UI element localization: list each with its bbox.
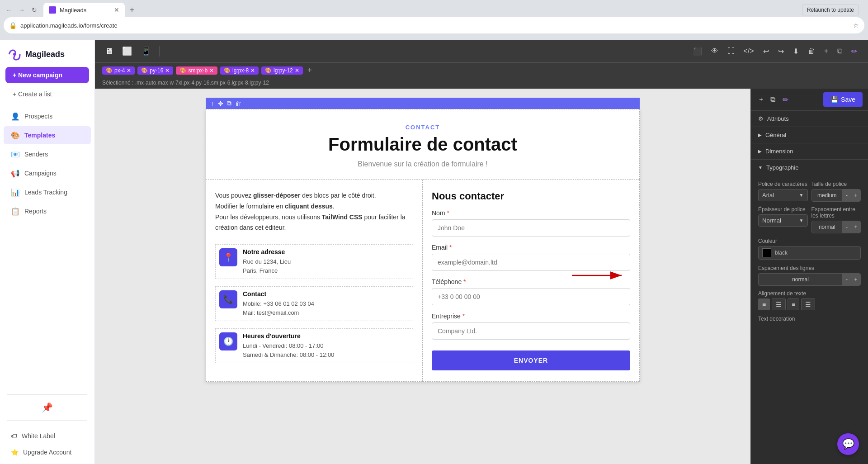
input-nom[interactable]: [432, 219, 630, 237]
preview-button[interactable]: 👁: [708, 44, 722, 58]
sidebar-item-leads-tracking[interactable]: 📊 Leads Tracking: [4, 183, 91, 201]
tag-smpxb: 🎨 sm:px-b ✕: [176, 66, 217, 75]
desktop-view-button[interactable]: 🖥: [102, 44, 116, 58]
sidebar-label-senders: Senders: [24, 151, 48, 158]
chat-bubble-button[interactable]: 💬: [837, 433, 859, 455]
save-button[interactable]: 💾 Save: [823, 92, 863, 107]
attributs-label: Attributs: [767, 115, 789, 122]
mobile-view-button[interactable]: 📱: [138, 44, 154, 58]
contact-mobile: Mobile: +33 06 01 02 03 04: [243, 299, 314, 308]
color-picker[interactable]: black: [758, 246, 861, 260]
tag-remove-lgpx8[interactable]: ✕: [250, 68, 255, 73]
tab-close-button[interactable]: ✕: [114, 6, 119, 14]
panel-add-button[interactable]: +: [756, 94, 766, 105]
font-row: Police de caractères Arial ▼ Taille de p…: [758, 181, 861, 202]
create-list-button[interactable]: + Create a list: [5, 87, 89, 101]
sidebar-item-upgrade[interactable]: ⭐ Upgrade Account: [4, 444, 91, 460]
sidebar-item-white-label[interactable]: 🏷 White Label: [4, 428, 91, 444]
addressbar-icons: ☆: [853, 22, 859, 29]
refresh-button[interactable]: ↻: [29, 5, 40, 15]
undo-button[interactable]: ↩: [760, 44, 773, 58]
sidebar-item-prospects[interactable]: 👤 Prospects: [4, 107, 91, 125]
layers-button[interactable]: ⧉: [834, 44, 846, 58]
star-icon[interactable]: ☆: [853, 22, 859, 29]
tag-remove-lgpy12[interactable]: ✕: [295, 68, 299, 73]
redo-button[interactable]: ↪: [774, 44, 788, 58]
back-button[interactable]: ←: [4, 5, 14, 15]
input-telephone[interactable]: [432, 288, 630, 305]
move-up-button[interactable]: ↑: [211, 100, 214, 107]
duplicate-button[interactable]: ⧉: [227, 99, 231, 107]
panel-general-header[interactable]: ▶ Général: [751, 127, 868, 143]
font-size-decrement[interactable]: -: [842, 189, 851, 201]
form-right-column[interactable]: Nous contacter Nom * Email *: [423, 180, 640, 382]
hours-weekend: Samedi & Dimanche: 08:00 - 12:00: [243, 350, 334, 360]
line-spacing-increment[interactable]: +: [851, 274, 860, 285]
align-center-button[interactable]: ☰: [772, 298, 786, 310]
panel-dimension-header[interactable]: ▶ Dimension: [751, 143, 868, 159]
font-family-col: Police de caractères Arial ▼: [758, 181, 808, 202]
align-justify-button[interactable]: ☰: [801, 298, 815, 310]
sidebar-label-templates: Templates: [24, 132, 55, 139]
new-tab-button[interactable]: +: [127, 5, 137, 15]
form-left-column[interactable]: Vous pouvez glisser-déposer des blocs pa…: [206, 180, 423, 382]
leads-tracking-icon: 📊: [11, 188, 20, 197]
fullscreen-button[interactable]: ⛶: [724, 44, 738, 58]
add-block-button[interactable]: +: [821, 44, 832, 58]
tag-remove-px4[interactable]: ✕: [127, 68, 131, 73]
tablet-view-button[interactable]: ⬜: [119, 44, 135, 58]
sidebar-bottom: 🏷 White Label ⭐ Upgrade Account: [0, 424, 94, 464]
line-spacing-decrement[interactable]: -: [842, 274, 851, 285]
sidebar-item-senders[interactable]: 📧 Senders: [4, 145, 91, 163]
sidebar-item-campaigns[interactable]: 📢 Campaigns: [4, 164, 91, 182]
font-size-stepper[interactable]: medium - +: [811, 189, 861, 202]
url-display[interactable]: application.magileads.io/forms/create: [20, 22, 849, 29]
letter-spacing-decrement[interactable]: -: [842, 221, 851, 233]
browser-tab[interactable]: Magileads ✕: [43, 3, 125, 17]
font-size-increment[interactable]: +: [851, 189, 860, 201]
tag-remove-py16[interactable]: ✕: [165, 68, 170, 73]
form-submit-button[interactable]: ENVOYER: [432, 350, 630, 370]
panel-attributs-header[interactable]: ⚙ Attributs: [751, 111, 868, 127]
line-spacing-stepper[interactable]: normal - +: [758, 273, 861, 286]
contact-block-contact[interactable]: 📞 Contact Mobile: +33 06 01 02 03 04 Mai…: [215, 286, 413, 321]
letter-spacing-increment[interactable]: +: [851, 221, 860, 233]
templates-icon: 🎨: [11, 131, 20, 140]
forward-button[interactable]: →: [16, 5, 27, 15]
panel-save-area: 💾 Save: [823, 92, 863, 107]
align-right-button[interactable]: ≡: [788, 298, 799, 310]
sidebar-item-reports[interactable]: 📋 Reports: [4, 202, 91, 220]
chevron-down-icon: ▼: [758, 165, 763, 170]
panel-layers-button[interactable]: ⧉: [768, 94, 778, 105]
select-tool-button[interactable]: ⬛: [689, 44, 706, 58]
align-left-button[interactable]: ≡: [758, 298, 770, 310]
input-email[interactable]: [432, 254, 630, 271]
panel-section-general: ▶ Général: [751, 127, 868, 143]
move-button[interactable]: ✥: [218, 100, 223, 107]
add-tag-button[interactable]: +: [306, 66, 314, 75]
code-button[interactable]: </>: [740, 44, 758, 58]
letter-spacing-stepper[interactable]: normal - +: [811, 221, 861, 233]
form-right-title: Nous contacter: [432, 190, 630, 202]
contact-block-address[interactable]: 📍 Notre adresse Rue du 1234, Lieu Paris,…: [215, 244, 413, 279]
pin-sidebar-button[interactable]: 📌: [38, 398, 57, 417]
form-header-section[interactable]: CONTACT Formulaire de contact Bienvenue …: [206, 109, 640, 180]
settings-button[interactable]: ✏: [848, 44, 861, 58]
contact-block-hours[interactable]: 🕐 Heures d'ouverture Lundi - Vendredi: 0…: [215, 328, 413, 363]
tag-icon-2: 🎨: [141, 67, 148, 74]
delete-selected-button[interactable]: 🗑: [235, 100, 241, 107]
new-campaign-button[interactable]: + New campaign: [5, 67, 89, 83]
sidebar-item-templates[interactable]: 🎨 Templates: [4, 126, 91, 144]
form-body: Vous pouvez glisser-déposer des blocs pa…: [206, 180, 640, 382]
relaunch-button[interactable]: Relaunch to update: [802, 5, 859, 15]
hours-weekdays: Lundi - Vendredi: 08:00 - 17:00: [243, 341, 334, 350]
panel-typography-header[interactable]: ▼ Typographie: [751, 160, 868, 175]
font-family-select[interactable]: Arial ▼: [758, 189, 808, 201]
panel-style-button[interactable]: ✏: [780, 94, 791, 106]
delete-button[interactable]: 🗑: [804, 44, 819, 58]
font-weight-select[interactable]: Normal ▼: [758, 214, 808, 227]
download-button[interactable]: ⬇: [789, 44, 802, 58]
tag-remove-smpxb[interactable]: ✕: [209, 68, 214, 73]
input-entreprise[interactable]: [432, 322, 630, 340]
address-line2: Paris, France: [243, 266, 291, 275]
